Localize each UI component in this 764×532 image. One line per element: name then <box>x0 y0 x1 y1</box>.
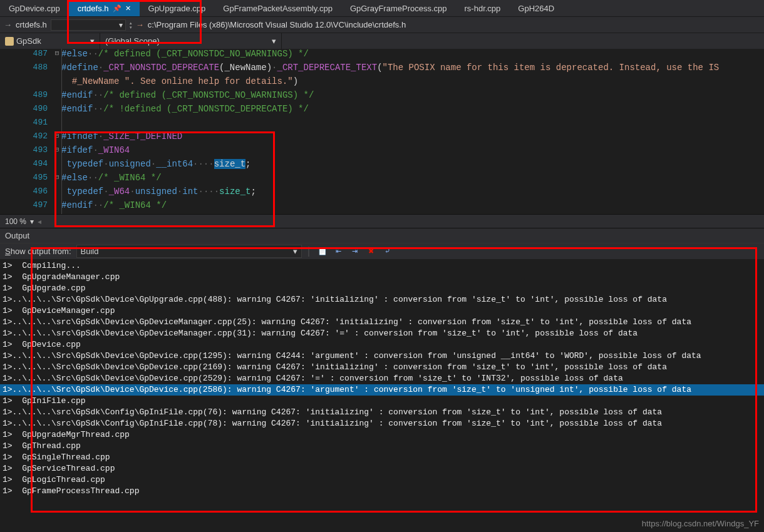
output-line[interactable]: 1> GpThread.cpp <box>0 441 764 452</box>
project-icon <box>5 37 14 46</box>
code-line[interactable]: 497#endif··/* _WIN64 */ <box>0 200 764 214</box>
output-line[interactable]: 1> Compiling... <box>0 260 764 272</box>
output-line[interactable]: 1>..\..\..\src\GpSdk\Device\GpDeviceMana… <box>0 328 764 339</box>
nav-spin[interactable]: ▴▾ <box>130 21 132 29</box>
output-line[interactable]: 1> GpSingleThread.cpp <box>0 452 764 463</box>
fold-toggle-icon[interactable]: ⊟ <box>53 131 61 140</box>
watermark-text: https://blog.csdn.net/Windgs_YF <box>642 519 759 528</box>
code-line[interactable]: 489#endif··/* defined (_CRT_NONSTDC_NO_W… <box>0 90 764 104</box>
project-scope-dropdown[interactable]: GpSdk ▾ <box>0 33 100 49</box>
editor-status-bar: 100 % ▾ ◂ <box>0 214 764 228</box>
code-line[interactable]: 494 typedef·unsigned·__int64····size_t; <box>0 159 764 173</box>
output-line[interactable]: 1> GpDeviceManager.cpp <box>0 305 764 317</box>
line-number: 493 <box>0 145 53 155</box>
tab-rs-hdr-cpp[interactable]: rs-hdr.cpp <box>456 0 510 16</box>
line-number: 490 <box>0 104 53 113</box>
toggle-wrap-icon[interactable]: ⤶ <box>382 246 393 257</box>
line-number: 488 <box>0 63 53 72</box>
output-line[interactable]: 1> GpFrameProcessThread.cpp <box>0 486 764 497</box>
tab-gph264d[interactable]: GpH264D <box>509 0 563 16</box>
zoom-level[interactable]: 100 % <box>5 217 26 226</box>
output-line[interactable]: 1> GpIniFile.cpp <box>0 396 764 407</box>
code-line[interactable]: 496 typedef·_W64·unsigned·int····size_t; <box>0 187 764 200</box>
fold-toggle-icon[interactable]: ⊟ <box>53 145 61 153</box>
line-number: 496 <box>0 187 53 196</box>
tab-gpupgrade-cpp[interactable]: GpUpgrade.cpp <box>140 0 215 16</box>
output-panel-title: Output <box>0 228 764 243</box>
fold-toggle-icon[interactable]: ⊟ <box>53 49 61 57</box>
code-content[interactable]: typedef·unsigned·__int64····size_t; <box>61 159 251 169</box>
code-line[interactable]: 487⊟#else··/* defined (_CRT_NONSTDC_NO_W… <box>0 49 764 63</box>
output-line[interactable]: 1>..\..\..\src\GpSdk\Device\GpDeviceMana… <box>0 317 764 328</box>
output-line[interactable]: 1>..\..\..\Src\GpSdk\Device\GpDevice.cpp… <box>0 362 764 373</box>
output-line[interactable]: 1>..\..\..\src\GpSdk\Config\GpIniFile.cp… <box>0 418 764 429</box>
output-line[interactable]: 1>..\..\..\Src\GpSdk\Device\GpUpgrade.cp… <box>0 294 764 305</box>
output-text[interactable]: 1> Compiling...1> GpUpgradeManager.cpp1>… <box>0 259 764 506</box>
tab-gpgrayframeprocess-cpp[interactable]: GpGrayFrameProcess.cpp <box>341 0 456 16</box>
code-content[interactable]: #ifndef·_SIZE_T_DEFINED <box>61 131 182 141</box>
output-line[interactable]: 1>..\..\..\Src\GpSdk\Device\GpDevice.cpp… <box>0 384 764 396</box>
output-line[interactable]: 1> GpServiceThread.cpp <box>0 463 764 474</box>
output-line[interactable]: 1>..\..\..\Src\GpSdk\Device\GpDevice.cpp… <box>0 373 764 384</box>
fold-margin-line <box>61 49 62 214</box>
code-content[interactable]: #endif··/* defined (_CRT_NONSTDC_NO_WARN… <box>61 90 314 100</box>
global-scope-dropdown[interactable]: (Global Scope)▾ <box>100 33 282 49</box>
tab-gpframepacketassembly-cpp[interactable]: GpFramePacketAssembly.cpp <box>214 0 341 16</box>
line-number: 495 <box>0 173 53 182</box>
code-line[interactable]: 495⊟#else··/* _WIN64 */ <box>0 173 764 187</box>
code-content[interactable]: #_NewName ". See online help for details… <box>61 76 298 86</box>
line-number: 491 <box>0 118 53 127</box>
nav-arrow-icon: → <box>136 20 144 29</box>
line-number: 494 <box>0 159 53 168</box>
scope-bar: GpSdk ▾ (Global Scope)▾ <box>0 33 764 49</box>
output-line[interactable]: 1> GpUpgradeManager.cpp <box>0 272 764 283</box>
code-line[interactable]: #_NewName ". See online help for details… <box>0 76 764 90</box>
output-line[interactable]: 1> GpLogicThread.cpp <box>0 474 764 486</box>
code-content[interactable]: #endif··/* _WIN64 */ <box>61 200 167 210</box>
close-icon[interactable]: ✕ <box>125 4 131 13</box>
zoom-dropdown-icon[interactable]: ▾ <box>30 217 34 226</box>
code-content[interactable]: #endif··/* !defined (_CRT_NONSTDC_DEPREC… <box>61 104 309 114</box>
output-line[interactable]: 1> GpUpgrade.cpp <box>0 283 764 294</box>
nav-back-icon[interactable]: → <box>4 20 12 29</box>
code-line[interactable]: 492⊟#ifndef·_SIZE_T_DEFINED <box>0 131 764 145</box>
nav-path-label: c:\Program Files (x86)\Microsoft Visual … <box>148 20 406 29</box>
line-number: 492 <box>0 131 53 141</box>
code-line[interactable]: 490#endif··/* !defined (_CRT_NONSTDC_DEP… <box>0 104 764 118</box>
next-message-icon[interactable]: ⇥ <box>349 246 361 257</box>
output-line[interactable]: 1> GpUpgradeMgrThread.cpp <box>0 429 764 441</box>
line-number: 487 <box>0 49 53 58</box>
find-message-icon[interactable]: 📄 <box>317 246 328 257</box>
code-editor[interactable]: 487⊟#else··/* defined (_CRT_NONSTDC_NO_W… <box>0 49 764 214</box>
navigation-bar: → crtdefs.h ▾ ▴▾ → c:\Program Files (x86… <box>0 16 764 33</box>
tab-gpdevice-cpp[interactable]: GpDevice.cpp <box>0 0 69 16</box>
code-line[interactable]: 488#define·_CRT_NONSTDC_DEPRECATE(_NewNa… <box>0 63 764 76</box>
show-output-label: Show output from: <box>5 247 71 256</box>
output-toolbar: Show output from: Build▾ │ 📄 ⇤ ⇥ ✖ ⤶ <box>0 243 764 259</box>
nav-file-label[interactable]: crtdefs.h <box>16 20 47 29</box>
line-number: 497 <box>0 200 53 210</box>
prev-message-icon[interactable]: ⇤ <box>333 246 344 257</box>
tab-crtdefs-h[interactable]: crtdefs.h📌✕ <box>69 0 140 16</box>
output-line[interactable]: 1>..\..\..\src\GpSdk\Config\GpIniFile.cp… <box>0 407 764 418</box>
output-source-dropdown[interactable]: Build▾ <box>76 245 302 258</box>
code-content[interactable]: #ifdef·_WIN64 <box>61 145 130 155</box>
clear-all-icon[interactable]: ✖ <box>366 246 377 257</box>
code-content[interactable]: #else··/* _WIN64 */ <box>61 173 162 183</box>
pin-icon[interactable]: 📌 <box>113 4 121 13</box>
code-content[interactable]: #else··/* defined (_CRT_NONSTDC_NO_WARNI… <box>61 49 309 59</box>
code-line[interactable]: 493⊟#ifdef·_WIN64 <box>0 145 764 159</box>
code-line[interactable]: 491 <box>0 118 764 131</box>
output-line[interactable]: 1> GpDevice.cpp <box>0 339 764 350</box>
scroll-left-icon[interactable]: ◂ <box>38 217 41 226</box>
output-line[interactable]: 1>..\..\..\Src\GpSdk\Device\GpDevice.cpp… <box>0 350 764 362</box>
document-tabs: GpDevice.cppcrtdefs.h📌✕GpUpgrade.cppGpFr… <box>0 0 764 16</box>
line-number: 489 <box>0 90 53 100</box>
code-content[interactable]: #define·_CRT_NONSTDC_DEPRECATE(_NewName)… <box>61 63 719 73</box>
code-content[interactable]: typedef·_W64·unsigned·int····size_t; <box>61 187 256 197</box>
fold-toggle-icon[interactable]: ⊟ <box>53 173 61 181</box>
nav-member-dropdown[interactable]: ▾ <box>51 19 126 31</box>
